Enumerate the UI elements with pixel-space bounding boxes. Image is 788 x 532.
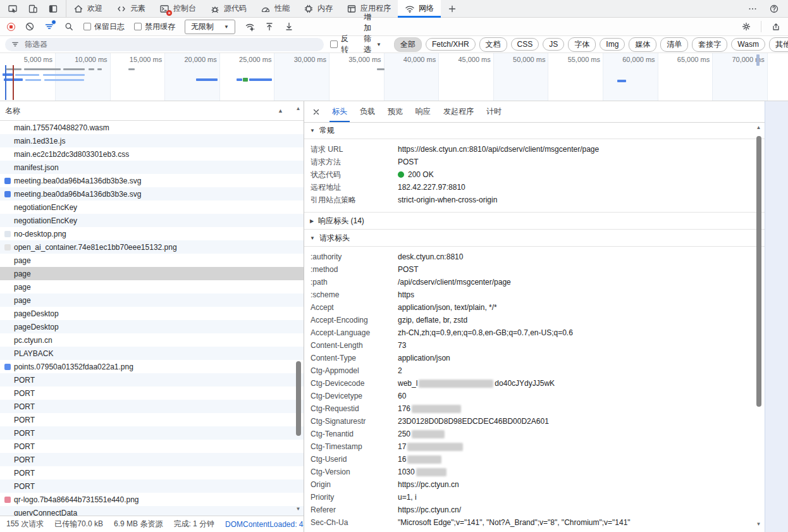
tab-元素[interactable]: 元素 [109,0,152,17]
help-icon[interactable] [769,4,779,14]
filter-toggle-icon[interactable] [44,22,54,32]
request-row[interactable]: PORT [0,453,304,466]
inspect-icon[interactable] [8,4,18,14]
close-details-button[interactable] [308,101,324,122]
filter-chip-JS[interactable]: JS [543,38,564,51]
request-row[interactable]: pageDesktop [0,307,304,320]
request-row[interactable]: pageDesktop [0,320,304,333]
clear-network-log-icon[interactable] [25,22,35,32]
request-row[interactable]: main.ec2c1b2dc3d803301eb3.css [0,147,304,161]
section-header-常规[interactable]: ▼常规 [304,123,788,139]
filter-input[interactable] [23,39,317,49]
disable-cache-toggle[interactable]: 禁用缓存 [134,22,175,32]
detail-tab-发起程序[interactable]: 发起程序 [437,101,480,122]
tab-性能[interactable]: 性能 [254,0,297,17]
value-text: do40cJYdyJJ5wK [495,379,555,388]
filter-chip-文档[interactable]: 文档 [479,37,507,52]
request-row[interactable]: negotiationEncKey [0,201,304,214]
header-rows: 请求 URLhttps://desk.ctyun.cn:8810/api/cds… [304,139,788,213]
undock-icon[interactable] [771,22,781,32]
request-row[interactable]: manifest.json [0,161,304,174]
filter-chip-CSS[interactable]: CSS [511,38,539,51]
detail-tab-预览[interactable]: 预览 [381,101,409,122]
filter-input-wrap[interactable] [5,38,324,51]
scroll-down-icon[interactable]: ▼ [294,505,302,513]
scroll-up-icon[interactable]: ▲ [754,124,763,132]
request-row[interactable]: open_ai_container.74e81ec1bb70eee15132.p… [0,240,304,254]
preserve-log-checkbox[interactable] [83,23,91,30]
request-row[interactable]: points.07950a01352fdaa022a1.png [0,360,304,373]
name-column-header[interactable]: 名称 [5,106,20,116]
scrollbar-thumb[interactable] [756,136,761,407]
throttling-select[interactable]: 无限制 ▼ [185,20,235,34]
network-overview-timeline[interactable]: 5,000 ms10,000 ms15,000 ms20,000 ms25,00… [0,53,788,101]
timeline-band [767,53,788,101]
detail-tab-计时[interactable]: 计时 [480,101,508,122]
detail-tab-响应[interactable]: 响应 [409,101,437,122]
request-row[interactable]: no-desktop.png [0,227,304,240]
invert-checkbox[interactable] [330,40,338,48]
request-row[interactable]: PLAYBACK [0,347,304,360]
request-row[interactable]: queryConnectData [0,506,304,516]
request-row[interactable]: page [0,280,304,294]
tab-控制台[interactable]: ×控制台 [152,0,203,17]
scroll-up-icon[interactable]: ▲ [294,105,302,113]
tab-源代码[interactable]: 源代码 [203,0,254,17]
preserve-log-toggle[interactable]: 保留日志 [83,22,125,32]
request-row[interactable]: PORT [0,440,304,453]
search-icon[interactable] [64,22,74,32]
filter-chip-Img[interactable]: Img [600,38,625,51]
tab-内存[interactable]: 内存 [297,0,340,17]
device-emulation-icon[interactable] [28,4,38,14]
filter-chip-其他[interactable]: 其他 [769,37,788,52]
request-row[interactable]: PORT [0,466,304,479]
filter-chip-Wasm[interactable]: Wasm [731,38,765,51]
record-network-log-button[interactable] [7,23,15,31]
request-row[interactable]: PORT [0,426,304,440]
export-har-icon[interactable] [284,22,294,32]
request-row[interactable]: page [0,294,304,307]
add-tab-button[interactable] [441,0,464,17]
import-har-icon[interactable] [264,22,274,32]
request-row[interactable]: PORT [0,400,304,413]
scroll-down-icon[interactable]: ▼ [754,521,763,528]
request-row[interactable]: main.1ed31e.js [0,134,304,147]
scrollbar-thumb[interactable] [296,361,301,436]
detail-tab-标头[interactable]: 标头 [326,101,354,122]
filter-chip-字体[interactable]: 字体 [568,37,596,52]
filter-chip-全部[interactable]: 全部 [394,37,422,52]
section-header-响应标头 (14)[interactable]: ▶响应标头 (14) [304,212,788,230]
tab-网络[interactable]: 网络 [398,0,441,17]
filter-chip-Fetch/XHR[interactable]: Fetch/XHR [426,38,476,51]
tab-欢迎[interactable]: 欢迎 [66,0,109,17]
section-header-请求标头[interactable]: ▼请求标头 [304,229,788,247]
invert-filter-toggle[interactable]: 反转 [330,34,348,55]
filter-chip-套接字[interactable]: 套接字 [692,37,727,52]
disable-cache-checkbox[interactable] [134,23,142,30]
request-row[interactable]: qr-logo.7b4a86644b731551e440.png [0,493,304,506]
filter-chip-媒体[interactable]: 媒体 [629,37,656,52]
more-options-icon[interactable] [748,4,758,14]
request-row[interactable]: page [0,254,304,267]
dock-side-icon[interactable] [48,4,58,14]
detail-tab-负载[interactable]: 负载 [354,101,381,122]
tab-应用程序[interactable]: 应用程序 [340,0,398,17]
request-row[interactable]: meeting.bea0da96b4a136db3b3e.svg [0,174,304,187]
request-row[interactable]: meeting.bea0da96b4a136db3b3e.svg [0,187,304,201]
request-row[interactable]: main.1755740488270.wasm [0,121,304,134]
network-conditions-icon[interactable] [245,22,255,32]
request-row[interactable]: negotiationEncKey [0,214,304,227]
filter-chip-清单[interactable]: 清单 [660,37,688,52]
request-row[interactable]: pc.ctyun.cn [0,333,304,347]
details-scrollbar[interactable]: ▲ ▼ [754,124,763,528]
header-row: Ctg-Tenantid250 [304,428,788,440]
request-row[interactable]: PORT [0,373,304,387]
request-list-header[interactable]: 名称 ▲ [0,101,304,121]
request-row[interactable]: PORT [0,387,304,400]
request-row[interactable]: PORT [0,479,304,493]
settings-gear-icon[interactable] [741,22,751,32]
request-row[interactable]: page [0,267,304,280]
request-list-scrollbar[interactable]: ▲ ▼ [294,105,302,513]
header-row: Ctg-Appmodel2 [304,364,788,377]
request-row[interactable]: PORT [0,413,304,426]
